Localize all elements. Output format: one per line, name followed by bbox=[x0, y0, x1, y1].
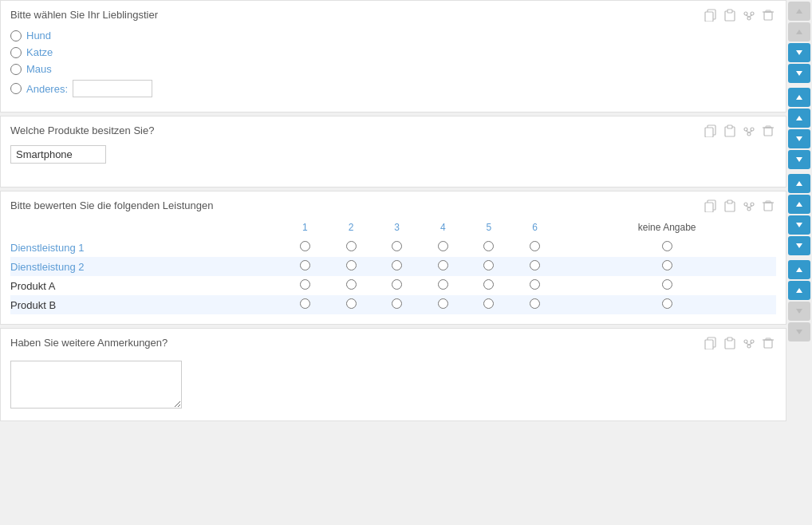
svg-marker-61 bbox=[796, 288, 802, 293]
svg-marker-62 bbox=[796, 309, 802, 314]
rating-row-1-radio-5[interactable] bbox=[483, 260, 494, 270]
rating-row-2-radio-1[interactable] bbox=[300, 279, 310, 290]
section-products-content: Smartphone bbox=[10, 145, 776, 177]
radio-maus-input[interactable] bbox=[10, 64, 22, 75]
products-copy-icon[interactable] bbox=[703, 124, 719, 139]
products-delete-icon[interactable] bbox=[760, 124, 776, 139]
svg-marker-55 bbox=[796, 157, 802, 162]
sb-products-down2[interactable] bbox=[788, 150, 810, 169]
sb-comments-down1[interactable] bbox=[788, 302, 810, 321]
section-pets-content: Hund Katze Maus Anderes: bbox=[10, 30, 776, 97]
rating-row-1-radio-na[interactable] bbox=[662, 260, 672, 270]
rating-row-0-radio-4[interactable] bbox=[438, 241, 448, 251]
rating-row-3-radio-6[interactable] bbox=[530, 298, 540, 309]
svg-rect-39 bbox=[727, 338, 732, 341]
rating-row-0-radio-1[interactable] bbox=[300, 241, 310, 251]
rating-paste-icon[interactable] bbox=[722, 199, 738, 214]
rating-row-1-col-1 bbox=[282, 257, 329, 276]
pets-paste-icon[interactable] bbox=[722, 9, 738, 23]
sb-products-down1[interactable] bbox=[788, 129, 810, 148]
rating-row-1-radio-3[interactable] bbox=[392, 260, 402, 270]
pets-group-icon[interactable] bbox=[741, 9, 757, 23]
rating-row-1-radio-6[interactable] bbox=[530, 260, 540, 270]
sb-products-up2[interactable] bbox=[788, 109, 810, 128]
svg-marker-63 bbox=[796, 330, 802, 334]
sb-products-up1[interactable] bbox=[788, 88, 810, 107]
products-paste-icon[interactable] bbox=[722, 124, 738, 139]
rating-row-0: Dienstleistung 1 bbox=[10, 238, 776, 257]
rating-row-0-radio-2[interactable] bbox=[346, 241, 357, 251]
sb-rating-up1[interactable] bbox=[788, 174, 810, 193]
svg-marker-50 bbox=[796, 50, 802, 55]
section-comments-icons bbox=[703, 337, 776, 351]
rating-row-0-radio-na[interactable] bbox=[662, 241, 672, 251]
rating-row-3-col-4 bbox=[420, 295, 466, 314]
comments-copy-icon[interactable] bbox=[703, 337, 719, 351]
rating-row-3-radio-na[interactable] bbox=[662, 298, 672, 309]
radio-hund-input[interactable] bbox=[10, 30, 22, 41]
rating-row-2-radio-3[interactable] bbox=[392, 279, 402, 290]
svg-line-19 bbox=[746, 131, 749, 132]
rating-row-2-radio-5[interactable] bbox=[483, 279, 494, 290]
svg-point-28 bbox=[744, 203, 747, 206]
comments-textarea[interactable] bbox=[10, 361, 182, 409]
rating-row-1-label: Dienstleistung 2 bbox=[10, 257, 282, 276]
section-products: Welche Produkte besitzen Sie? bbox=[0, 116, 786, 188]
rating-row-3-radio-3[interactable] bbox=[392, 298, 402, 309]
rating-row-2: Produkt A bbox=[10, 276, 776, 295]
rating-row-1-radio-4[interactable] bbox=[438, 260, 448, 270]
pets-delete-icon[interactable] bbox=[760, 9, 776, 23]
rating-row-3-radio-2[interactable] bbox=[346, 298, 357, 309]
svg-point-30 bbox=[747, 207, 751, 211]
rating-copy-icon[interactable] bbox=[703, 199, 719, 214]
rating-row-0-col-na bbox=[558, 238, 776, 257]
products-dropdown[interactable]: Smartphone bbox=[10, 145, 106, 164]
rating-row-1-col-na bbox=[558, 257, 776, 276]
comments-group-icon[interactable] bbox=[741, 337, 757, 351]
sb-pets-down2[interactable] bbox=[788, 64, 810, 83]
rating-row-2-radio-4[interactable] bbox=[438, 279, 448, 290]
sb-comments-down2[interactable] bbox=[788, 322, 810, 341]
radio-anderes-input[interactable] bbox=[10, 83, 22, 94]
sb-group-products bbox=[788, 88, 810, 169]
rating-group-icon[interactable] bbox=[741, 199, 757, 214]
svg-rect-25 bbox=[705, 203, 713, 212]
rating-row-0-radio-5[interactable] bbox=[483, 241, 494, 251]
pets-copy-icon[interactable] bbox=[703, 9, 719, 23]
rating-row-2-radio-2[interactable] bbox=[346, 279, 357, 290]
main-content: Bitte wählen Sie Ihr Lieblingstier bbox=[0, 0, 786, 525]
comments-delete-icon[interactable] bbox=[760, 337, 776, 351]
sb-rating-down2[interactable] bbox=[788, 236, 810, 255]
comments-paste-icon[interactable] bbox=[722, 337, 738, 351]
sb-comments-up1[interactable] bbox=[788, 260, 810, 279]
rating-row-3-radio-1[interactable] bbox=[300, 298, 310, 309]
section-comments-title: Haben Sie weitere Anmerkungen? bbox=[10, 337, 168, 349]
rating-row-0-radio-6[interactable] bbox=[530, 241, 540, 251]
section-products-icons bbox=[703, 124, 776, 139]
sb-group-rating bbox=[788, 174, 810, 255]
other-text-input[interactable] bbox=[73, 80, 152, 97]
rating-row-2-radio-na[interactable] bbox=[662, 279, 672, 290]
radio-katze-label: Katze bbox=[26, 46, 53, 58]
sb-rating-up2[interactable] bbox=[788, 195, 810, 214]
rating-delete-icon[interactable] bbox=[760, 199, 776, 214]
sb-pets-up1[interactable] bbox=[788, 2, 810, 21]
svg-line-32 bbox=[749, 206, 752, 207]
rating-row-1-radio-1[interactable] bbox=[300, 260, 310, 270]
rating-row-1-radio-2[interactable] bbox=[346, 260, 357, 270]
rating-row-0-radio-3[interactable] bbox=[392, 241, 402, 251]
svg-rect-37 bbox=[705, 340, 713, 349]
section-comments-header: Haben Sie weitere Anmerkungen? bbox=[10, 337, 776, 351]
rating-row-3-radio-4[interactable] bbox=[438, 298, 448, 309]
sb-rating-down1[interactable] bbox=[788, 215, 810, 235]
products-group-icon[interactable] bbox=[741, 124, 757, 139]
rating-row-3-radio-5[interactable] bbox=[483, 298, 494, 309]
section-comments-content bbox=[10, 357, 776, 411]
sb-pets-up2[interactable] bbox=[788, 22, 810, 41]
radio-katze-input[interactable] bbox=[10, 47, 22, 58]
rating-row-2-radio-6[interactable] bbox=[530, 279, 540, 290]
sb-comments-up2[interactable] bbox=[788, 281, 810, 300]
sb-pets-down1[interactable] bbox=[788, 43, 810, 62]
svg-marker-53 bbox=[796, 116, 802, 120]
rating-row-1-col-2 bbox=[328, 257, 374, 276]
